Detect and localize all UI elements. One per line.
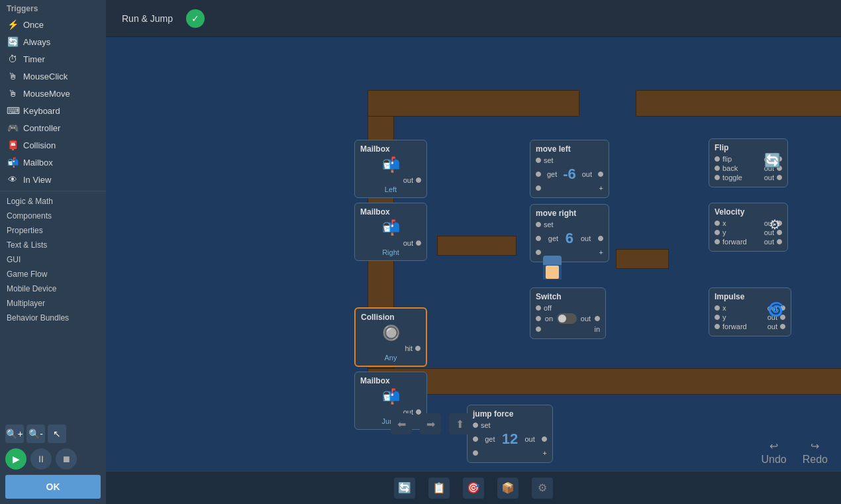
bottombar-icon-2[interactable]: 📋 [428,478,450,499]
sidebar-item-always[interactable]: 🔄 Always [0,33,106,50]
move-right-set-in [536,222,541,227]
sidebar-category-bundles[interactable]: Behavior Bundles [0,311,106,325]
velocity-x-in [715,221,720,226]
move-right-get-label: get [548,234,558,242]
collision-any-title: Collision [361,313,420,322]
sidebar-item-mousemove[interactable]: 🖱 MouseMove [0,85,106,102]
sidebar-item-inview[interactable]: 👁 In View [0,171,106,188]
tile-inner-1 [616,249,669,269]
arrow-up-icon[interactable]: ⬆ [449,413,470,434]
sidebar-category-properties[interactable]: Properties [0,223,106,238]
mailbox-left-out-row: out [360,176,421,184]
node-impulse[interactable]: Impulse 🌀 x out y out forward out [709,287,791,336]
sidebar-category-gameflow[interactable]: Game Flow [0,267,106,281]
switch-toggle[interactable] [557,313,577,324]
pause-button[interactable]: ⏸ [30,448,52,470]
move-right-out-port [598,236,603,241]
impulse-fwd-label: forward [722,323,747,330]
switch-on-in [536,316,541,321]
zoom-in-button[interactable]: 🔍+ [5,425,24,443]
node-flip[interactable]: Flip 🔄 flip out back out toggle out [709,138,788,187]
sidebar-item-controller[interactable]: 🎮 Controller [0,119,106,136]
mailbox-jump-icon: 📬 [382,388,400,405]
node-collision-any[interactable]: Collision 🔘 hit Any [354,307,427,367]
mailbox-right-out-label: out [403,239,413,247]
tile-floor [368,368,841,395]
sidebar-category-mobile[interactable]: Mobile Device [0,281,106,296]
node-move-left[interactable]: move left set get -6 out + [530,140,609,198]
flip-icon: 🔄 [764,152,781,168]
node-velocity[interactable]: Velocity ⚙ x out y out forward out [709,203,788,252]
sidebar-category-gui[interactable]: GUI [0,252,106,267]
switch-on-label: on [545,315,553,323]
node-move-right[interactable]: move right set get 6 out + [530,204,609,262]
mailbox-right-out-port [416,240,421,246]
zoom-out-button[interactable]: 🔍- [26,425,45,443]
ok-button[interactable]: OK [5,475,101,499]
bottombar-icon-4[interactable]: 📦 [497,478,519,499]
mailbox-jump-icon-area: 📬 [360,388,421,405]
redo-button[interactable]: ↪ Redo [803,440,828,466]
collision-any-icon: 🔘 [382,325,400,342]
sidebar-item-mailbox[interactable]: 📬 Mailbox [0,154,106,171]
sidebar-category-text[interactable]: Text & Lists [0,238,106,252]
impulse-title: Impulse [715,292,785,301]
stop-button[interactable]: ⏹ [56,448,77,470]
sidebar-category-logic[interactable]: Logic & Math [0,194,106,209]
jump-force-get-in [473,436,478,442]
arrow-right-icon[interactable]: ➡ [420,413,441,434]
flip-toggle-out [777,175,782,180]
move-right-get-row: get 6 out [536,230,603,247]
node-mailbox-right[interactable]: Mailbox 📬 out Right [354,203,427,261]
canvas-area[interactable]: Mailbox 📬 out Left Mailbox 📬 out Right [106,37,841,471]
impulse-icon: 🌀 [767,301,784,317]
play-button[interactable]: ▶ [5,448,26,470]
tile-platform-mid [437,236,517,256]
mouseclick-icon: 🖱 [7,71,19,81]
bottombar-icon-1[interactable]: 🔄 [394,478,415,499]
node-jump-force[interactable]: jump force set get 12 out + [467,405,553,463]
move-right-get-in [536,236,541,241]
flip-toggle-label: toggle [722,174,742,181]
bottombar-icon-3[interactable]: 🎯 [463,478,484,499]
node-switch[interactable]: Switch off on out in [530,287,606,339]
sidebar-item-timer[interactable]: ⏱ Timer [0,50,106,68]
sidebar-item-keyboard[interactable]: ⌨ Keyboard [0,102,106,119]
arrow-left-icon[interactable]: ⬅ [391,413,412,434]
sidebar-category-components[interactable]: Components [0,209,106,223]
sidebar-item-mouseclick[interactable]: 🖱 MouseClick [0,68,106,85]
sidebar-item-label: MouseMove [23,89,70,99]
node-mailbox-left[interactable]: Mailbox 📬 out Left [354,140,427,198]
velocity-icon: ⚙ [769,217,781,232]
move-left-out-label: out [582,170,592,178]
undo-button[interactable]: ↩ Undo [762,440,787,466]
redo-icon: ↪ [811,440,819,452]
mailbox-left-title: Mailbox [360,144,421,154]
move-left-set-in [536,158,541,163]
mailbox-right-icon: 📬 [382,219,400,236]
flip-flip-in [715,156,720,162]
mailbox-jump-title: Mailbox [360,376,421,385]
switch-off-row: off [536,304,600,312]
bottombar-icon-5[interactable]: ⚙ [532,478,553,499]
mailbox-right-out-row: out [360,239,421,247]
jump-force-title: jump force [473,409,547,419]
sidebar-category-multiplayer[interactable]: Multiplayer [0,296,106,311]
flip-toggle-row: toggle out [715,174,782,181]
move-right-out-label: out [581,234,591,242]
velocity-fwd-label: forward [722,238,747,246]
switch-in-label: in [594,325,600,333]
jump-force-get-label: get [485,435,495,443]
collision-any-sublabel: Any [361,354,420,362]
sidebar-divider [0,191,106,191]
flip-title: Flip [715,143,782,152]
sidebar-item-label: MouseClick [23,72,68,81]
move-right-plus-label: + [599,248,603,256]
sidebar-item-collision[interactable]: 📮 Collision [0,136,106,154]
switch-in-row: in [536,325,600,333]
collision-any-icon-area: 🔘 [361,325,420,342]
move-right-set-label: set [544,221,554,228]
move-left-plus-label: + [599,184,603,192]
sidebar-item-once[interactable]: ⚡ Once [0,16,106,33]
cursor-button[interactable]: ↖ [48,425,66,443]
